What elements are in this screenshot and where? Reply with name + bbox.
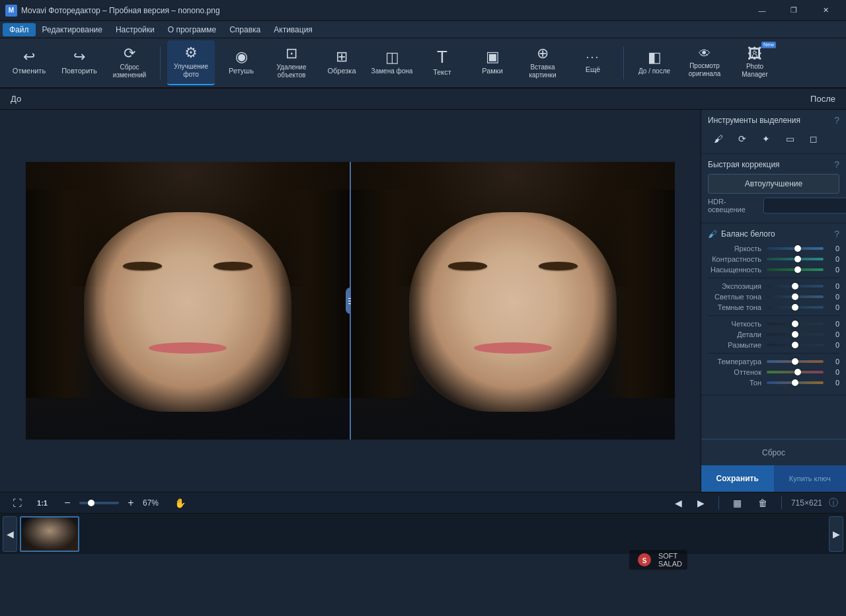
menu-help[interactable]: Справка xyxy=(223,23,267,36)
hand-tool-button[interactable]: ✋ xyxy=(171,494,189,512)
temperature-row: Температура 0 xyxy=(708,358,839,366)
blur-slider[interactable] xyxy=(767,344,824,346)
info-icon[interactable]: ⓘ xyxy=(829,497,838,509)
reset-button[interactable]: ⟳ Сброс изменений xyxy=(106,40,153,85)
before-after-button[interactable]: ◧ До / после xyxy=(631,40,678,85)
retouch-button[interactable]: ◉ Ретушь xyxy=(217,40,265,85)
titlebar: M Movavi Фоторедактор – Пробная версия –… xyxy=(0,0,846,21)
hdr-input[interactable] xyxy=(763,198,846,213)
menu-edit[interactable]: Редактирование xyxy=(36,23,109,36)
tone-value: 0 xyxy=(826,379,839,387)
buy-key-button[interactable]: Купить ключ xyxy=(774,465,847,492)
highlights-value: 0 xyxy=(826,293,839,301)
selection-tools-row: 🖌 ⟳ ✦ ▭ ◻ xyxy=(708,130,839,148)
exposure-slider[interactable] xyxy=(767,285,824,288)
tint-value: 0 xyxy=(826,368,839,376)
photo-wrapper xyxy=(26,162,675,440)
brightness-slider[interactable] xyxy=(767,247,824,250)
brush-icon: 🖌 xyxy=(714,134,723,144)
delete-button[interactable]: 🗑 xyxy=(753,494,772,512)
undo-button[interactable]: ↩ Отменить xyxy=(5,40,53,85)
saturation-value: 0 xyxy=(826,266,839,274)
brightness-row: Яркость 0 xyxy=(708,245,839,252)
photo-manager-button[interactable]: New 🖼 Photo Manager xyxy=(731,40,779,85)
details-slider[interactable] xyxy=(767,333,824,336)
watermark-logo-icon: S xyxy=(634,552,654,554)
menu-file[interactable]: Файл xyxy=(3,23,36,36)
gallery-view-button[interactable]: ▦ xyxy=(728,494,747,512)
selection-tools-title: Инструменты выделения ? xyxy=(708,115,839,126)
menu-activation[interactable]: Активация xyxy=(267,23,319,36)
details-label: Детали xyxy=(708,330,764,338)
fit-1to1-button[interactable]: 1:1 xyxy=(33,494,52,512)
filmstrip-prev-button[interactable]: ◀ xyxy=(3,516,17,552)
text-icon: T xyxy=(437,48,447,65)
brightness-value: 0 xyxy=(826,245,839,252)
wb-help-icon[interactable]: ? xyxy=(834,229,839,239)
filmstrip-thumb-1[interactable] xyxy=(20,516,79,552)
status-bar: ⛶ 1:1 − + 67% ✋ ◀ ▶ ▦ 🗑 715×621 ⓘ xyxy=(0,492,846,513)
status-sep-2 xyxy=(781,496,782,510)
white-balance-section: 🖌 Баланс белого ? Яркость 0 Контрастност… xyxy=(701,223,846,395)
remove-objects-button[interactable]: ⊡ Удаление объектов xyxy=(268,40,315,85)
selection-tools-section: Инструменты выделения ? 🖌 ⟳ ✦ ▭ ◻ xyxy=(701,110,846,154)
frames-button[interactable]: ▣ Рамки xyxy=(469,40,516,85)
quick-correction-help-icon[interactable]: ? xyxy=(834,159,839,170)
maximize-button[interactable]: ❐ xyxy=(779,0,809,21)
next-image-button[interactable]: ▶ xyxy=(693,495,709,511)
highlights-label: Светлые тона xyxy=(708,293,764,301)
save-button[interactable]: Сохранить xyxy=(701,465,774,492)
minimize-button[interactable]: — xyxy=(747,0,777,21)
photo-before xyxy=(26,162,350,440)
menu-settings[interactable]: Настройки xyxy=(109,23,161,36)
new-badge: New xyxy=(761,42,776,48)
white-balance-header: 🖌 Баланс белого ? xyxy=(708,229,839,239)
app-icon: M xyxy=(5,5,17,17)
prev-image-button[interactable]: ◀ xyxy=(671,495,687,511)
close-button[interactable]: ✕ xyxy=(810,0,841,21)
toolbar-sep-2 xyxy=(623,46,624,79)
main-area: Инструменты выделения ? 🖌 ⟳ ✦ ▭ ◻ xyxy=(0,110,846,492)
exposure-row: Экспозиция 0 xyxy=(708,282,839,290)
remove-icon: ⊡ xyxy=(286,46,297,61)
eraser-tool[interactable]: ◻ xyxy=(803,130,824,148)
save-buy-row: Сохранить Купить ключ xyxy=(701,465,846,492)
text-button[interactable]: T Текст xyxy=(418,40,466,85)
sharpness-row: Четкость 0 xyxy=(708,320,839,328)
sharpness-slider[interactable] xyxy=(767,323,824,325)
insert-icon: ⊕ xyxy=(537,46,549,61)
menu-about[interactable]: О программе xyxy=(161,23,223,36)
saturation-slider[interactable] xyxy=(767,268,824,271)
window-controls[interactable]: — ❐ ✕ xyxy=(747,0,841,21)
zoom-in-button[interactable]: + xyxy=(122,494,140,512)
reset-button-panel[interactable]: Сброс xyxy=(701,440,846,465)
zoom-control: − + 67% xyxy=(58,494,164,512)
filmstrip-next-button[interactable]: ▶ xyxy=(829,516,843,552)
window-title: Movavi Фоторедактор – Пробная версия – n… xyxy=(21,6,747,15)
crop-button[interactable]: ⊞ Обрезка xyxy=(318,40,365,85)
auto-enhance-button[interactable]: Автоулучшение xyxy=(708,174,839,194)
lasso-tool[interactable]: ⟳ xyxy=(732,130,753,148)
contrast-slider[interactable] xyxy=(767,258,824,260)
magic-wand-tool[interactable]: ✦ xyxy=(755,130,777,148)
zoom-out-button[interactable]: − xyxy=(58,494,77,512)
tone-slider[interactable] xyxy=(767,381,824,384)
insert-image-button[interactable]: ⊕ Вставка картинки xyxy=(519,40,566,85)
temperature-slider[interactable] xyxy=(767,360,824,363)
view-original-button[interactable]: 👁 Просмотр оригинала xyxy=(681,40,728,85)
tint-slider[interactable] xyxy=(767,371,824,373)
canvas-area[interactable] xyxy=(0,110,701,492)
highlights-slider[interactable] xyxy=(767,295,824,298)
temperature-label: Температура xyxy=(708,358,764,366)
panel-spacer xyxy=(701,395,846,439)
selection-help-icon[interactable]: ? xyxy=(834,115,839,126)
rect-select-tool[interactable]: ▭ xyxy=(779,130,800,148)
brush-tool[interactable]: 🖌 xyxy=(708,130,729,148)
redo-button[interactable]: ↪ Повторить xyxy=(56,40,103,85)
zoom-slider[interactable] xyxy=(79,502,119,504)
more-button[interactable]: ··· Ещё xyxy=(569,40,617,85)
shadows-slider[interactable] xyxy=(767,306,824,309)
replace-bg-button[interactable]: ◫ Замена фона xyxy=(368,40,416,85)
enhance-button[interactable]: ⚙ Улучшение фото xyxy=(167,40,215,85)
fullscreen-button[interactable]: ⛶ xyxy=(8,494,26,512)
